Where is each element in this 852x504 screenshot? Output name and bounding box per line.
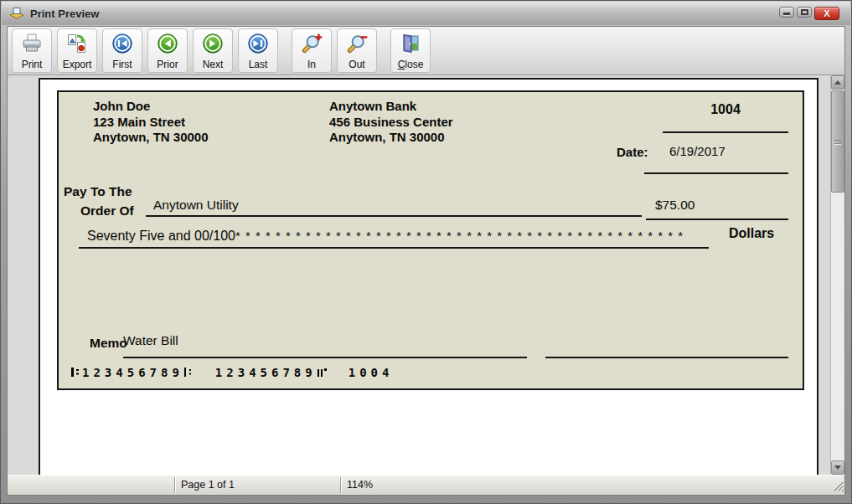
memo-underline [123, 357, 527, 358]
next-button[interactable]: Next [193, 28, 233, 73]
scroll-up-button[interactable] [831, 75, 844, 90]
close-icon: X [824, 9, 829, 18]
export-button[interactable]: Export [57, 28, 97, 73]
date-label: Date: [617, 145, 648, 159]
micr-transit-icon [71, 368, 79, 377]
payer-address2: Anytown, TN 30000 [93, 130, 209, 146]
maximize-button[interactable] [797, 7, 812, 18]
prior-button[interactable]: Prior [147, 28, 188, 73]
preview-area[interactable]: John Doe 123 Main Street Anytown, TN 300… [8, 75, 844, 475]
micr-line: 1234567891234567891004 [70, 366, 393, 379]
close-door-icon [400, 32, 421, 54]
close-button[interactable]: Close [390, 28, 431, 73]
memo-value: Water Bill [123, 333, 178, 348]
scrollbar-thumb[interactable] [831, 90, 844, 193]
memo-label: Memo [90, 336, 127, 351]
statusbar-separator [340, 477, 342, 493]
print-button-label: Print [22, 59, 43, 70]
first-page-icon [111, 32, 133, 54]
minimize-button[interactable] [779, 7, 794, 18]
window-title: Print Preview [30, 8, 99, 20]
amount-words: Seventy Five and 00/100* * * * * * * * *… [87, 229, 684, 244]
export-button-label: Export [63, 59, 92, 70]
print-preview-icon [9, 7, 24, 20]
prior-button-label: Prior [157, 59, 178, 70]
next-page-icon [202, 32, 224, 54]
signature-underline [545, 357, 788, 358]
resize-grip[interactable] [833, 481, 844, 494]
status-page-info: Page 1 of 1 [181, 479, 235, 491]
payer-address1: 123 Main Street [93, 115, 209, 131]
bank-block: Anytown Bank 456 Business Center Anytown… [329, 99, 453, 146]
last-button-label: Last [249, 59, 268, 70]
amount-underline [646, 219, 788, 220]
status-zoom-level: 114% [347, 479, 373, 491]
window-controls: X [779, 7, 839, 20]
zoom-in-button[interactable]: In [292, 28, 332, 73]
check-number-underline [663, 131, 788, 133]
bank-address1: 456 Business Center [329, 115, 453, 131]
micr-routing: 123456789 [82, 366, 183, 379]
payer-block: John Doe 123 Main Street Anytown, TN 300… [93, 99, 209, 146]
last-page-icon [247, 32, 269, 54]
printer-icon [21, 32, 43, 54]
payee-value: Anytown Utility [153, 198, 239, 213]
first-button-label: First [112, 59, 132, 70]
amount-value: $75.00 [655, 198, 695, 213]
date-underline [644, 172, 788, 174]
micr-onus-icon [318, 368, 325, 377]
micr-account: 123456789 [215, 366, 317, 379]
preview-page: John Doe 123 Main Street Anytown, TN 300… [39, 78, 818, 475]
next-button-label: Next [203, 59, 224, 70]
vertical-scrollbar[interactable] [830, 75, 844, 475]
payer-name: John Doe [93, 99, 209, 115]
payee-underline [146, 215, 642, 217]
print-preview-window: Print Preview X [0, 0, 852, 504]
last-button[interactable]: Last [238, 28, 278, 73]
pay-to-label: Pay To The Order Of [64, 183, 134, 220]
zoom-out-button-label: Out [349, 59, 364, 70]
titlebar[interactable]: Print Preview X [2, 2, 850, 25]
bank-name: Anytown Bank [329, 99, 453, 115]
zoom-in-icon [301, 32, 323, 54]
statusbar-separator [174, 477, 176, 493]
zoom-out-icon [346, 32, 368, 54]
triangle-down-icon [834, 465, 841, 470]
micr-transit-icon [184, 368, 192, 377]
dollars-label: Dollars [729, 226, 774, 241]
export-icon [66, 32, 88, 54]
first-button[interactable]: First [102, 28, 142, 73]
bank-address2: Anytown, TN 30000 [329, 130, 453, 146]
zoom-out-button[interactable]: Out [337, 28, 377, 73]
date-value: 6/19/2017 [669, 144, 725, 158]
print-button[interactable]: Print [12, 28, 52, 73]
triangle-up-icon [834, 80, 841, 85]
minimize-icon [783, 13, 790, 15]
maximize-icon [801, 9, 808, 15]
scroll-down-button[interactable] [831, 460, 844, 475]
micr-check-number: 1004 [349, 366, 394, 379]
close-window-button[interactable]: X [814, 7, 839, 20]
amount-words-underline [79, 247, 709, 249]
statusbar: Page 1 of 1 114% [8, 475, 844, 495]
scrollbar-thumb-grip [834, 140, 841, 144]
toolbar: Print Export [8, 27, 844, 75]
check-preview: John Doe 123 Main Street Anytown, TN 300… [57, 90, 804, 390]
zoom-in-button-label: In [307, 59, 316, 70]
content-frame: Print Export [7, 26, 845, 496]
close-button-label: Close [398, 59, 424, 70]
prior-page-icon [157, 32, 178, 54]
amount-words-fill: * * * * * * * * * * * * * * * * * * * * … [235, 229, 684, 243]
check-number: 1004 [663, 102, 788, 117]
